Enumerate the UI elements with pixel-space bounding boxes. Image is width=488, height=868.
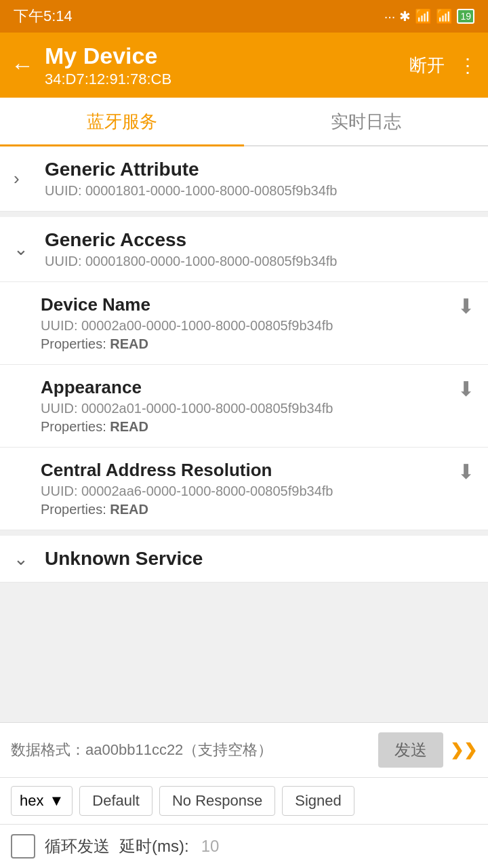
char-properties: Properties: READ xyxy=(41,419,458,435)
content-area: › Generic Attribute UUID: 00001801-0000-… xyxy=(0,146,488,724)
service-generic-attribute: › Generic Attribute UUID: 00001801-0000-… xyxy=(0,146,488,212)
disconnect-button[interactable]: 断开 xyxy=(409,54,445,77)
status-time: 下午5:14 xyxy=(14,6,73,26)
service-unknown-header[interactable]: ⌄ Unknown Service xyxy=(0,536,488,583)
no-response-option-button[interactable]: No Response xyxy=(159,786,275,816)
expand-button[interactable]: ❯❯ xyxy=(450,742,477,758)
options-row: hex ▼ Default No Response Signed xyxy=(0,778,488,825)
char-properties: Properties: READ xyxy=(41,502,458,517)
bottom-panel: 发送 ❯❯ hex ▼ Default No Response Signed 循… xyxy=(0,722,488,868)
status-icons: ··· ✱ 📶 📶 19 xyxy=(384,8,474,24)
title-area: My Device 34:D7:12:91:78:CB xyxy=(45,43,409,88)
dropdown-arrow-icon: ▼ xyxy=(49,792,64,810)
service-uuid: UUID: 00001801-0000-1000-8000-00805f9b34… xyxy=(45,183,337,199)
data-input[interactable] xyxy=(11,741,371,759)
service-uuid: UUID: 00001800-0000-1000-8000-00805f9b34… xyxy=(45,254,337,269)
device-address: 34:D7:12:91:78:CB xyxy=(45,71,409,88)
read-button[interactable]: ⬇ xyxy=(458,460,474,484)
more-options-button[interactable]: ⋮ xyxy=(458,54,477,77)
device-name: My Device xyxy=(45,43,409,69)
delay-value: 10 xyxy=(201,837,220,856)
service-name: Generic Attribute xyxy=(45,159,337,180)
delay-label: 延时(ms): xyxy=(119,835,189,857)
tab-realtime-log[interactable]: 实时日志 xyxy=(244,98,488,145)
char-name: Appearance xyxy=(41,377,458,398)
char-uuid: UUID: 00002a00-0000-1000-8000-00805f9b34… xyxy=(41,318,458,334)
signal-dots-icon: ··· xyxy=(384,9,396,24)
chevron-right-icon: › xyxy=(14,168,34,189)
service-name: Generic Access xyxy=(45,229,337,251)
service-name: Unknown Service xyxy=(45,548,203,570)
char-uuid: UUID: 00002aa6-0000-1000-8000-00805f9b34… xyxy=(41,484,458,499)
toolbar: ← My Device 34:D7:12:91:78:CB 断开 ⋮ xyxy=(0,33,488,98)
read-button[interactable]: ⬇ xyxy=(458,377,474,401)
input-row: 发送 ❯❯ xyxy=(0,723,488,778)
wifi-icon: 📶 xyxy=(436,8,453,24)
status-bar: 下午5:14 ··· ✱ 📶 📶 19 xyxy=(0,0,488,33)
tab-bluetooth-services[interactable]: 蓝牙服务 xyxy=(0,98,244,145)
default-option-button[interactable]: Default xyxy=(79,786,152,816)
back-button[interactable]: ← xyxy=(11,52,34,79)
char-name: Central Address Resolution xyxy=(41,460,458,481)
char-properties: Properties: READ xyxy=(41,336,458,352)
loop-label: 循环发送 xyxy=(45,835,110,857)
send-button[interactable]: 发送 xyxy=(378,732,443,768)
read-button[interactable]: ⬇ xyxy=(458,294,474,318)
service-generic-access: ⌄ Generic Access UUID: 00001800-0000-100… xyxy=(0,217,488,530)
format-select[interactable]: hex ▼ xyxy=(11,786,73,816)
service-generic-attribute-header[interactable]: › Generic Attribute UUID: 00001801-0000-… xyxy=(0,146,488,212)
characteristic-central-address: Central Address Resolution UUID: 00002aa… xyxy=(0,448,488,530)
loop-row: 循环发送 延时(ms): 10 xyxy=(0,825,488,868)
battery-icon: 19 xyxy=(457,9,474,24)
format-label: hex xyxy=(20,792,43,810)
bluetooth-icon: ✱ xyxy=(399,8,411,24)
char-name: Device Name xyxy=(41,294,458,315)
loop-checkbox[interactable] xyxy=(11,834,35,859)
chevron-down-icon: ⌄ xyxy=(14,549,34,570)
char-uuid: UUID: 00002a01-0000-1000-8000-00805f9b34… xyxy=(41,401,458,416)
characteristic-device-name: Device Name UUID: 00002a00-0000-1000-800… xyxy=(0,282,488,365)
service-generic-access-header[interactable]: ⌄ Generic Access UUID: 00001800-0000-100… xyxy=(0,217,488,282)
signed-option-button[interactable]: Signed xyxy=(282,786,354,816)
characteristic-appearance: Appearance UUID: 00002a01-0000-1000-8000… xyxy=(0,365,488,448)
service-unknown: ⌄ Unknown Service xyxy=(0,536,488,583)
cellular-icon: 📶 xyxy=(415,8,432,24)
chevron-down-icon: ⌄ xyxy=(14,239,34,260)
tabs: 蓝牙服务 实时日志 xyxy=(0,98,488,146)
